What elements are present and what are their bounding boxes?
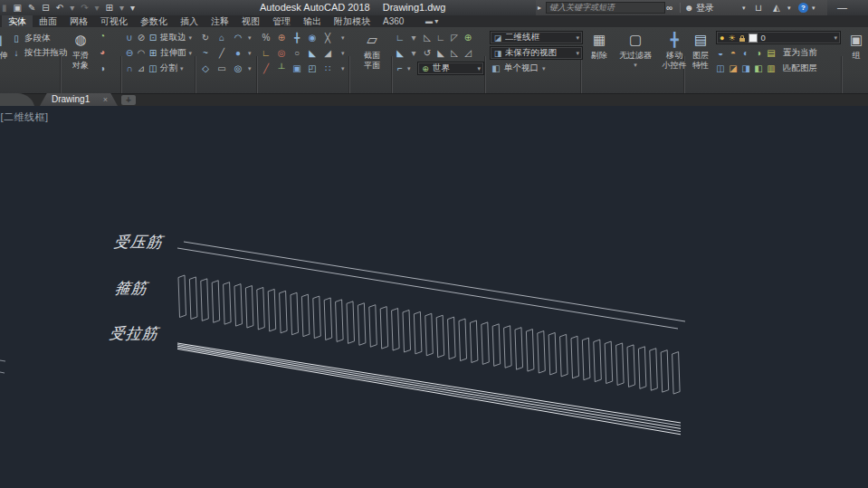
mesh-tool-icon[interactable]: ◔ (98, 31, 107, 42)
search-binoculars-icon[interactable]: ∞ (666, 0, 672, 15)
cad-text-compression-bar[interactable]: 受压筋 (112, 232, 164, 253)
ucs-tool-icon[interactable]: ▾ (409, 33, 418, 43)
layer-tool-icon[interactable]: ◓ (729, 48, 738, 59)
chevron-down-icon[interactable]: ▾ (341, 50, 345, 57)
polysolid-button[interactable]: ▯ 多段体 (12, 33, 51, 44)
ucs-tool-icon[interactable]: ↺ (423, 48, 432, 59)
minimize-button[interactable]: — (837, 2, 847, 13)
chevron-down-icon[interactable]: ▾ (248, 65, 252, 72)
chevron-down-icon[interactable]: ▾ (341, 65, 345, 72)
solid-edit-label[interactable]: 提取边 (160, 32, 186, 43)
boolean-icon[interactable]: ⊖ (125, 48, 134, 59)
layer-properties-button[interactable]: ▤ 图层 特性 (687, 30, 714, 70)
qat-icon[interactable]: ▾ (130, 1, 135, 14)
cad-text-stirrup[interactable]: 箍筋 (113, 278, 148, 299)
modify-tool-icon[interactable]: ⊕ (277, 33, 286, 43)
solid-edit-label[interactable]: 拉伸面 (160, 47, 186, 59)
modify-tool-icon[interactable]: ◉ (308, 33, 317, 43)
visual-style-dropdown[interactable]: ◪ 二维线框 ▾ (490, 31, 583, 44)
layer-tool-icon[interactable]: ◨ (741, 63, 750, 74)
modify-tool-icon[interactable]: ◣ (308, 48, 317, 59)
ribbon-tab[interactable]: 管理 (266, 15, 297, 27)
section-plane-button[interactable]: ▱ 截面 平面 (355, 30, 389, 70)
app-store-cart-icon[interactable]: ⊔ (755, 0, 762, 15)
boolean-icon[interactable]: ∪ (125, 33, 134, 43)
group-button[interactable]: ▣ 组 (845, 30, 867, 60)
qat-icon[interactable]: ✎ (28, 1, 35, 14)
ucs-tool-icon[interactable]: ◣ (396, 48, 405, 59)
layer-tool-icon[interactable]: ◧ (754, 63, 763, 74)
extrude-button[interactable]: ▮ 拉伸 (0, 30, 13, 60)
culling-button[interactable]: ▦ 剔除 (585, 30, 614, 60)
a360-icon[interactable]: ◭ (773, 0, 780, 15)
ribbon-display-options-icon[interactable]: ▬ ▾ (420, 15, 438, 27)
ribbon-tab[interactable]: 输出 (297, 15, 328, 27)
chevron-down-icon[interactable]: ▾ (180, 65, 184, 72)
modify-tool-icon[interactable]: ◢ (323, 48, 332, 59)
solid-tool-icon[interactable]: ⊘ (137, 33, 146, 43)
modify-tool-icon[interactable]: ┴ (277, 63, 286, 74)
layer-tool-icon[interactable]: ◐ (741, 48, 750, 59)
ribbon-tab[interactable]: 插入 (174, 15, 205, 27)
draw-tool-icon[interactable]: ◇ (201, 63, 210, 74)
layer-tool-icon[interactable]: ◒ (716, 48, 725, 59)
modify-tool-icon[interactable]: % (262, 33, 271, 43)
layer-color-swatch[interactable] (749, 33, 758, 43)
mesh-tool-icon[interactable]: ◑ (98, 63, 107, 74)
ucs-tool-icon[interactable]: ◺ (450, 48, 459, 59)
presspull-button[interactable]: ↓ 按住并拖动 (12, 47, 68, 59)
move-gizmo-button[interactable]: ╋ 移动 小控件 (658, 30, 691, 70)
modify-tool-icon[interactable]: ╱ (262, 63, 271, 74)
qat-icon[interactable]: ▾ (70, 1, 74, 14)
help-caret-icon[interactable]: ▾ (812, 0, 816, 15)
solid-tool-icon[interactable]: ⊿ (137, 63, 146, 74)
file-tab-drawing1[interactable]: Drawing1 × (40, 93, 118, 106)
collapse-arrow-icon[interactable]: ▸ (538, 0, 541, 15)
modify-tool-icon[interactable]: ∟ (262, 48, 271, 59)
draw-tool-icon[interactable]: ● (234, 48, 243, 59)
help-icon[interactable]: ? (798, 3, 808, 13)
chevron-down-icon[interactable]: ▾ (248, 34, 252, 42)
solid-edit-icon[interactable]: ◫ (148, 63, 157, 74)
model-space-canvas[interactable]: ][二维线框] 受压筋 箍筋 受拉筋 (0, 106, 868, 488)
qat-icon[interactable]: ▾ (119, 1, 124, 14)
qat-icon[interactable]: ↷ (81, 1, 88, 14)
layer-tool-icon[interactable]: ◪ (729, 63, 738, 74)
named-view-dropdown[interactable]: ◨ 未保存的视图 ▾ (490, 46, 583, 60)
sign-in-button[interactable]: 登录 (696, 0, 714, 15)
draw-tool-icon[interactable]: ↻ (201, 33, 210, 43)
a360-caret-icon[interactable]: ▾ (787, 0, 791, 15)
layer-tool-icon[interactable]: ▤ (767, 48, 776, 59)
modify-tool-icon[interactable]: ▣ (292, 63, 301, 74)
no-filter-button[interactable]: ▢ 无过滤器 ▾ (616, 30, 654, 70)
ucs-tool-icon[interactable]: ◺ (423, 33, 432, 43)
ribbon-tab[interactable]: 曲面 (33, 15, 63, 27)
solid-edit-label[interactable]: 分割 (160, 62, 177, 74)
layer-tool-icon[interactable]: ◫ (716, 63, 725, 74)
new-tab-button[interactable]: + (121, 95, 136, 105)
user-icon[interactable]: ☻ (684, 0, 694, 15)
draw-tool-icon[interactable]: ▭ (217, 63, 226, 74)
qat-icon[interactable]: ▮ (2, 1, 7, 14)
qat-icon[interactable]: ⊞ (106, 1, 113, 14)
ribbon-tab[interactable]: 视图 (235, 15, 266, 27)
ucs-tool-icon[interactable]: ⊕ (463, 33, 472, 43)
ucs-world-dropdown[interactable]: ⊕ 世界 ▾ (417, 62, 484, 75)
solid-edit-icon[interactable]: ⊞ (148, 48, 157, 59)
ribbon-tab[interactable]: 可视化 (94, 15, 134, 27)
layer-dropdown[interactable]: ● ☀ 0 ▾ (716, 31, 841, 44)
modify-tool-icon[interactable]: ∷ (323, 63, 332, 74)
qat-icon[interactable]: ▾ (95, 1, 100, 14)
search-input[interactable]: 键入关键字或短语 (546, 2, 665, 14)
draw-tool-icon[interactable]: ◠ (234, 33, 243, 43)
close-icon[interactable]: × (103, 93, 108, 106)
boolean-icon[interactable]: ∩ (125, 63, 134, 74)
ucs-tool-icon[interactable]: ◸ (450, 33, 459, 43)
modify-tool-icon[interactable]: ◰ (308, 63, 317, 74)
ucs-view-icon[interactable]: ⌐ (396, 63, 405, 74)
make-current-button[interactable]: 置为当前 (783, 47, 817, 59)
smooth-object-button[interactable]: ◍ 平滑 对象 (64, 30, 97, 70)
modify-tool-icon[interactable]: ◎ (277, 48, 286, 59)
chevron-down-icon[interactable]: ▾ (341, 34, 345, 42)
ribbon-tab[interactable]: 附加模块 (328, 15, 377, 27)
